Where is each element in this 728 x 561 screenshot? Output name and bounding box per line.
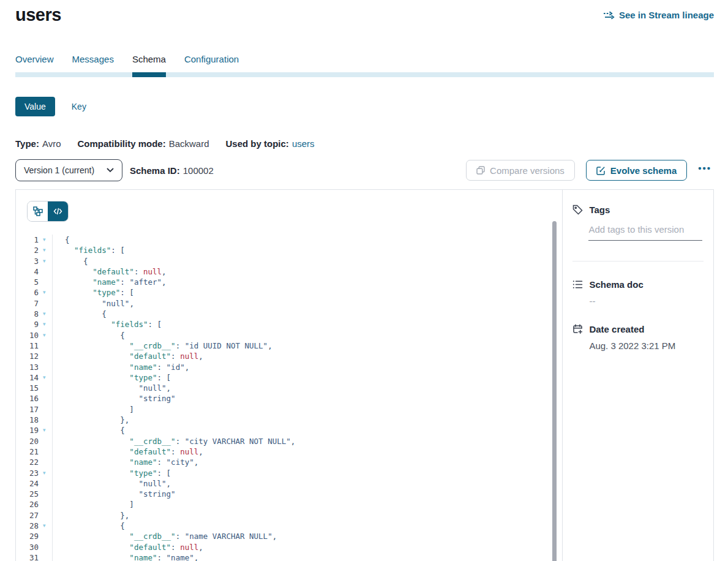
line-number: 15 [27,383,39,393]
fold-toggle-icon[interactable]: ▾ [39,425,52,435]
line-number: 12 [27,351,39,361]
schema-panel: 1▾{2▾ "fields": [3▾ {4 "default": null,5… [15,189,714,561]
line-number: 5 [27,277,39,287]
code-text: { [53,425,125,435]
line-number: 27 [27,510,39,521]
line-number: 18 [27,415,39,425]
tab-configuration[interactable]: Configuration [184,54,239,72]
fold-spacer [39,383,52,393]
code-line: 15 "null", [27,383,562,393]
code-line: 11 "__crdb__": "id UUID NOT NULL", [27,341,562,351]
code-text: "fields": [ [53,245,125,255]
code-text: { [53,256,88,266]
evolve-schema-button[interactable]: Evolve schema [586,160,687,181]
tree-view-button[interactable] [28,201,48,221]
fold-toggle-icon[interactable]: ▾ [39,235,52,245]
code-text: "fields": [ [53,319,162,329]
tags-heading: Tags [589,205,610,215]
code-text: { [53,235,70,245]
fold-spacer [39,542,52,552]
tab-overview[interactable]: Overview [15,54,54,72]
line-number: 11 [27,341,39,351]
line-number: 2 [27,245,39,255]
line-number: 28 [27,521,39,531]
line-number: 1 [27,235,39,245]
fold-toggle-icon[interactable]: ▾ [39,372,52,383]
fold-spacer [39,478,52,489]
fold-spacer [39,404,52,415]
code-text: "null", [53,478,171,489]
line-number: 20 [27,436,39,446]
code-text: "default": null, [53,542,203,552]
fold-spacer [39,531,52,541]
tab-messages[interactable]: Messages [72,54,114,72]
fold-spacer [39,277,52,287]
calendar-plus-icon [572,324,583,334]
tags-section: Tags [572,205,704,262]
stream-lineage-link[interactable]: See in Stream lineage [603,10,714,20]
code-text: }, [53,415,129,425]
fold-toggle-icon[interactable]: ▾ [39,468,52,478]
schema-sidebar: Tags [562,190,713,561]
code-line: 9▾ "fields": [ [27,319,562,329]
fold-toggle-icon[interactable]: ▾ [39,245,52,255]
code-view-icon [53,208,62,215]
value-key-toggle: Value Key [15,97,714,116]
sidebar-divider [572,261,704,262]
schema-page: users See in Stream lineage Overview Mes… [0,0,728,561]
fold-spacer [39,298,52,309]
code-text: "type": [ [53,468,171,478]
line-number: 25 [27,489,39,499]
code-text: "string" [53,393,176,404]
fold-spacer [39,552,52,561]
line-number: 29 [27,531,39,541]
more-options-button[interactable]: ••• [696,162,714,179]
code-text: "string" [53,489,176,499]
fold-toggle-icon[interactable]: ▾ [39,521,52,531]
code-line: 23▾ "type": [ [27,468,562,478]
line-number: 19 [27,425,39,435]
code-line: 28▾ { [27,521,562,531]
line-number: 4 [27,266,39,277]
tab-underline-bar [15,72,714,77]
compare-versions-button[interactable]: Compare versions [466,160,575,181]
fold-spacer [39,351,52,361]
add-tags-input[interactable] [588,224,702,241]
tab-schema[interactable]: Schema [132,54,166,72]
schema-id-label: Schema ID: [130,165,180,176]
code-line: 24 "null", [27,478,562,489]
key-toggle-button[interactable]: Key [72,102,86,111]
fold-toggle-icon[interactable]: ▾ [39,330,52,341]
code-text: { [53,309,107,319]
fold-toggle-icon[interactable]: ▾ [39,309,52,319]
fold-spacer [39,446,52,457]
line-number: 10 [27,330,39,341]
fold-spacer [39,457,52,467]
fold-spacer [39,436,52,446]
value-toggle-button[interactable]: Value [15,97,55,116]
fold-toggle-icon[interactable]: ▾ [39,256,52,266]
fold-toggle-icon[interactable]: ▾ [39,319,52,329]
code-line: 2▾ "fields": [ [27,245,562,255]
code-line: 16 "string" [27,393,562,404]
fold-spacer [39,362,52,372]
line-number: 21 [27,446,39,457]
code-line: 29 "__crdb__": "name VARCHAR NULL", [27,531,562,541]
code-line: 22 "name": "city", [27,457,562,467]
code-line: 30 "default": null, [27,542,562,552]
line-number: 30 [27,542,39,552]
line-number: 14 [27,372,39,383]
schema-doc-value: -- [589,296,704,306]
line-number: 24 [27,478,39,489]
code-line: 4 "default": null, [27,266,562,277]
code-view-button[interactable] [48,201,68,221]
code-text: "default": null, [53,266,167,277]
editor-scrollbar[interactable] [552,221,557,561]
code-line: 26 ] [27,499,562,510]
code-line: 25 "string" [27,489,562,499]
fold-toggle-icon[interactable]: ▾ [39,287,52,298]
version-select[interactable]: Version 1 (current) [15,159,122,181]
date-created-section: Date created Aug. 3 2022 3:21 PM [572,324,704,351]
topic-link[interactable]: users [292,138,315,149]
code-text: "default": null, [53,446,203,457]
